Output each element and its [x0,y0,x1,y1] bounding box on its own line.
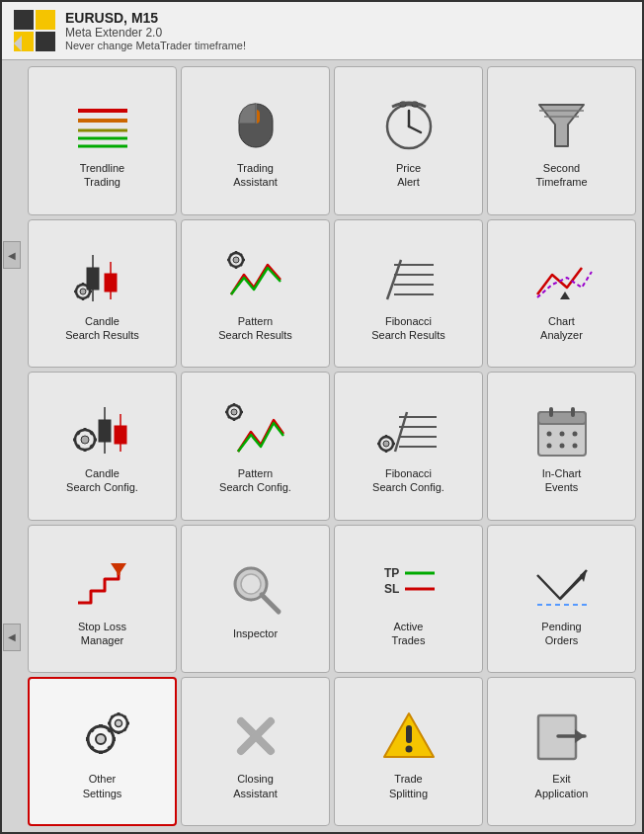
funnel-icon [530,94,594,157]
closing-assistant[interactable]: ClosingAssistant [181,677,330,826]
svg-rect-54 [115,426,126,444]
svg-point-26 [80,289,86,294]
svg-line-125 [123,729,125,731]
trading-assistant[interactable]: TradingAssistant [181,66,330,215]
pattern-search-results[interactable]: PatternSearch Results [181,219,330,369]
svg-line-115 [108,747,111,750]
svg-line-124 [111,716,113,718]
close-x-icon [224,705,287,768]
header-text: EURUSD, M15 Meta Extender 2.0 Never chan… [65,10,246,51]
gears-icon [71,705,134,768]
svg-point-66 [231,409,237,415]
active-trades[interactable]: TP SL ActiveTrades [334,525,483,674]
exit-application-label: ExitApplication [535,772,589,800]
svg-line-117 [91,747,94,750]
icon-grid: TrendlineTrading TradingAssistant [22,60,642,832]
svg-point-91 [546,444,551,449]
svg-line-114 [91,729,94,732]
second-timeframe[interactable]: SecondTimeframe [487,66,636,215]
svg-line-100 [262,595,279,612]
trade-splitting-label: TradeSplitting [389,772,428,800]
active-trades-icon: TP SL [377,552,441,616]
stop-loss-manager-label: Stop LossManager [78,620,126,648]
fib-results-icon [377,247,441,310]
in-chart-events-label: In-ChartEvents [542,466,582,495]
svg-rect-3 [36,32,55,51]
svg-line-41 [230,254,232,256]
main-area: ◀ ◀ TrendlineTrading [2,60,642,832]
svg-point-119 [115,720,121,727]
fibonacci-search-results-label: FibonacciSearch Results [371,314,445,343]
nav-arrow-bottom[interactable]: ◀ [3,624,21,651]
svg-point-81 [383,441,389,447]
stop-loss-manager[interactable]: Stop LossManager [28,525,177,674]
svg-line-64 [77,446,80,449]
svg-point-90 [572,432,577,437]
trade-splitting[interactable]: TradeSplitting [334,677,483,826]
candle-search-config[interactable]: CandleSearch Config. [28,372,177,521]
svg-line-116 [108,729,111,732]
svg-line-43 [240,254,242,256]
active-trades-label: ActiveTrades [392,620,426,648]
price-alert-label: PriceAlert [396,161,421,190]
chart-analyzer[interactable]: ChartAnalyzer [487,219,636,369]
svg-line-72 [238,417,240,419]
exit-icon [530,705,594,768]
header-pair: EURUSD, M15 [65,10,246,26]
svg-marker-135 [575,729,585,743]
chart-analyzer-icon [530,247,594,310]
svg-rect-0 [14,10,34,30]
calendar-icon [530,399,594,462]
inspector[interactable]: Inspector [181,525,330,674]
inspector-label: Inspector [233,626,278,640]
svg-line-32 [87,295,89,297]
pattern-results-icon [224,247,287,310]
pattern-search-config[interactable]: PatternSearch Config. [181,372,330,521]
svg-text:SL: SL [384,582,399,596]
svg-line-62 [90,446,93,449]
price-alert[interactable]: PriceAlert [334,66,483,215]
candle-results-icon [71,247,134,310]
left-nav: ◀ ◀ [2,60,22,832]
svg-line-33 [87,286,89,288]
trendline-icon [71,94,134,157]
svg-marker-50 [560,292,570,299]
pattern-search-results-label: PatternSearch Results [218,314,292,343]
nav-arrow-top[interactable]: ◀ [3,241,21,269]
pattern-config-icon [224,399,287,462]
candle-config-icon [71,399,134,462]
pending-orders-icon [530,552,594,616]
candle-search-config-label: CandleSearch Config. [66,466,138,495]
svg-rect-131 [406,725,412,743]
app-window: EURUSD, M15 Meta Extender 2.0 Never chan… [0,0,644,834]
candle-search-results[interactable]: CandleSearch Results [28,219,177,369]
other-settings-label: OtherSettings [83,772,122,800]
svg-rect-95 [571,407,575,417]
svg-point-109 [96,734,106,744]
svg-rect-24 [105,274,117,292]
trading-assistant-label: TradingAssistant [233,161,278,190]
svg-point-89 [559,432,564,437]
stop-loss-icon [71,552,134,616]
svg-point-132 [405,746,412,753]
svg-line-127 [111,729,113,731]
in-chart-events[interactable]: In-ChartEvents [487,372,636,521]
second-timeframe-label: SecondTimeframe [535,161,587,190]
fibonacci-search-results[interactable]: FibonacciSearch Results [334,219,483,369]
svg-line-74 [228,417,230,419]
fib-config-icon [377,399,441,462]
fibonacci-search-config-label: FibonacciSearch Config. [372,466,444,495]
svg-point-36 [233,257,239,263]
svg-rect-1 [36,10,55,30]
svg-line-42 [240,264,242,266]
candle-search-results-label: CandleSearch Results [65,314,139,343]
magnifier-icon [224,559,287,623]
svg-marker-106 [580,570,587,582]
exit-application[interactable]: ExitApplication [487,677,636,826]
svg-rect-52 [99,420,111,442]
trendline-trading[interactable]: TrendlineTrading [28,66,177,215]
other-settings[interactable]: OtherSettings [28,677,177,826]
header: EURUSD, M15 Meta Extender 2.0 Never chan… [2,2,642,60]
pending-orders[interactable]: PendingOrders [487,525,636,674]
fibonacci-search-config[interactable]: FibonacciSearch Config. [334,372,483,521]
